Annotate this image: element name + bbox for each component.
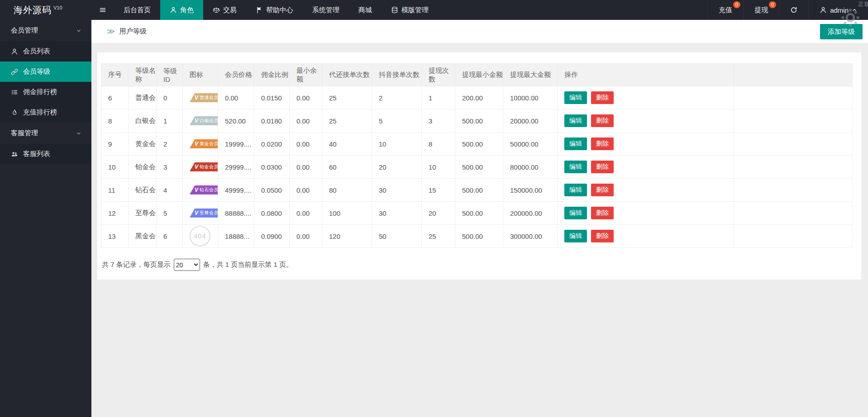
cell-icon: V铂金会员 xyxy=(183,156,218,179)
cell-price: 520.00 xyxy=(218,109,254,133)
nav-item-label: 模版管理 xyxy=(401,6,429,14)
delete-button[interactable]: 删除 xyxy=(591,184,614,196)
content-card: 序号等级名称等级ID图标会员价格佣金比例最小余额代还接单次数抖音接单次数提现次数… xyxy=(97,52,861,280)
cell-icon: V钻石会员 xyxy=(183,179,218,202)
sidebar-section-service-mgmt[interactable]: 客服管理 xyxy=(0,123,91,144)
nav-item-label: 商城 xyxy=(358,6,372,14)
cell-douyin-orders: 10 xyxy=(372,133,422,156)
col-header-1: 等级名称 xyxy=(129,64,157,86)
recharge-nav-item[interactable]: 充值 0 xyxy=(707,0,743,20)
edit-button[interactable]: 编辑 xyxy=(564,230,587,242)
page-size-select[interactable]: 20 xyxy=(174,259,200,271)
badge-label: 钻石会员 xyxy=(200,187,218,193)
nav-item-system[interactable]: 系统管理 xyxy=(303,0,349,20)
nav-item-label: 系统管理 xyxy=(312,6,339,14)
sidebar-toggle-button[interactable] xyxy=(91,0,114,20)
breadcrumb-bar: ≫ 用户等级 添加等级 xyxy=(91,20,868,43)
hamburger-icon xyxy=(99,6,106,14)
cell-withdraw-max: 10000.00 xyxy=(503,86,558,109)
sidebar-item-commission-rank[interactable]: 佣金排行榜 xyxy=(0,82,91,102)
cell-withdraw-max: 50000.00 xyxy=(503,133,558,156)
cell-douyin-orders: 30 xyxy=(372,202,422,225)
edit-button[interactable]: 编辑 xyxy=(564,91,587,104)
nav-item-trade[interactable]: 交易 xyxy=(203,0,246,20)
level-badge-icon: V白银会员 xyxy=(190,116,218,125)
cell-commission: 0.0800 xyxy=(254,202,290,225)
cell-min-balance: 0.00 xyxy=(290,225,322,248)
flag-icon xyxy=(256,6,263,14)
sidebar-item-recharge-rank[interactable]: 充值排行榜 xyxy=(0,102,91,123)
nav-item-help[interactable]: 帮助中心 xyxy=(246,0,303,20)
app-logo: 海外源码V10 xyxy=(0,0,91,20)
delete-button[interactable]: 删除 xyxy=(591,137,614,150)
badge-label: 铂金会员 xyxy=(200,164,218,170)
cell-douyin-orders: 50 xyxy=(372,225,422,248)
col-header-7: 代还接单次数 xyxy=(322,64,372,86)
fire-icon xyxy=(11,109,18,116)
cell-level-id: 6 xyxy=(157,225,183,248)
cell-level-id: 4 xyxy=(157,179,183,202)
sidebar-section-member-mgmt[interactable]: 会员管理 xyxy=(0,20,91,41)
person-icon xyxy=(170,6,177,14)
sidebar-item-member-list[interactable]: 会员列表 xyxy=(0,41,91,62)
cell-price: 29999.... xyxy=(218,156,254,179)
cell-icon: V至尊会员 xyxy=(183,202,218,225)
cell-repay-orders: 40 xyxy=(322,133,372,156)
refresh-button[interactable] xyxy=(779,0,808,20)
cell-actions: 编辑删除 xyxy=(558,86,734,109)
cell-withdraw-max: 300000.00 xyxy=(503,225,558,248)
cell-actions: 编辑删除 xyxy=(558,202,734,225)
sidebar-item-label: 会员列表 xyxy=(23,47,50,56)
app-version: V10 xyxy=(53,5,62,10)
recharge-badge: 0 xyxy=(733,1,740,8)
recharge-label: 充值 xyxy=(719,6,732,14)
withdraw-nav-item[interactable]: 提现 0 xyxy=(743,0,779,20)
delete-button[interactable]: 删除 xyxy=(591,207,614,219)
cell-index: 9 xyxy=(101,133,129,156)
nav-item-home[interactable]: 后台首页 xyxy=(114,0,160,20)
cell-withdraw-times: 3 xyxy=(422,109,455,133)
col-header-5: 佣金比例 xyxy=(254,64,290,86)
cell-withdraw-min: 200.00 xyxy=(455,86,503,109)
cell-commission: 0.0200 xyxy=(254,133,290,156)
cell-withdraw-min: 500.00 xyxy=(455,225,503,248)
cell-repay-orders: 25 xyxy=(322,109,372,133)
edit-button[interactable]: 编辑 xyxy=(564,114,587,127)
edit-button[interactable]: 编辑 xyxy=(564,161,587,173)
cell-repay-orders: 120 xyxy=(322,225,372,248)
cell-commission: 0.0180 xyxy=(254,109,290,133)
edit-button[interactable]: 编辑 xyxy=(564,137,587,150)
cell-filler xyxy=(734,202,853,225)
cell-repay-orders: 60 xyxy=(322,156,372,179)
delete-button[interactable]: 删除 xyxy=(591,114,614,127)
cell-filler xyxy=(734,225,853,248)
nav-item-mall[interactable]: 商城 xyxy=(349,0,382,20)
delete-button[interactable]: 删除 xyxy=(591,91,614,104)
nav-item-template[interactable]: 模版管理 xyxy=(382,0,438,20)
cell-level-name: 至尊会员 xyxy=(129,202,157,225)
delete-button[interactable]: 删除 xyxy=(591,230,614,242)
col-header-3: 图标 xyxy=(183,64,218,86)
cell-price: 49999.... xyxy=(218,179,254,202)
nav-item-label: 交易 xyxy=(223,6,237,14)
user-icon xyxy=(11,48,18,55)
sidebar-item-service-list[interactable]: 客服列表 xyxy=(0,144,91,164)
delete-button[interactable]: 删除 xyxy=(591,161,614,173)
edit-button[interactable]: 编辑 xyxy=(564,184,587,196)
table-row: 6普通会员0V普通会员0.000.01500.002521200.0010000… xyxy=(101,86,853,109)
level-badge-icon: V铂金会员 xyxy=(190,162,218,171)
col-header-12: 操作 xyxy=(558,64,734,86)
user-icon xyxy=(820,6,827,14)
cell-price: 88888.... xyxy=(218,202,254,225)
table-row: 10铂金会员3V铂金会员29999....0.03000.00602010500… xyxy=(101,156,853,179)
sidebar-item-member-level[interactable]: 会员等级 xyxy=(0,62,91,82)
edit-button[interactable]: 编辑 xyxy=(564,207,587,219)
cell-commission: 0.0500 xyxy=(254,179,290,202)
cell-actions: 编辑删除 xyxy=(558,225,734,248)
cell-withdraw-max: 200000.00 xyxy=(503,202,558,225)
table-row: 11钻石会员4V钻石会员49999....0.05000.00803015500… xyxy=(101,179,853,202)
nav-item-role[interactable]: 角色 xyxy=(160,0,203,20)
cell-level-id: 3 xyxy=(157,156,183,179)
cell-filler xyxy=(734,156,853,179)
list-icon xyxy=(11,89,18,96)
